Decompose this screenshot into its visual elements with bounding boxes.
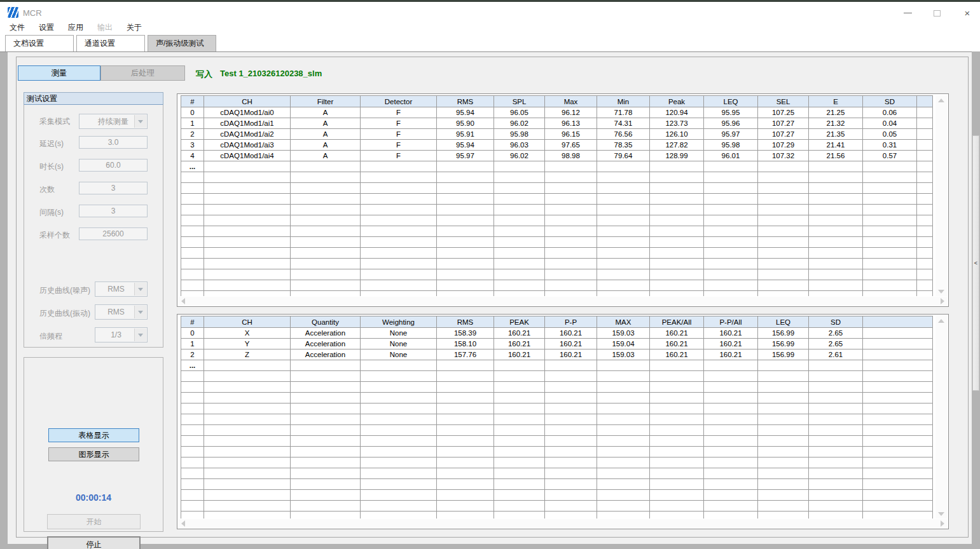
table-cell[interactable]: A <box>291 118 361 129</box>
table-cell[interactable]: F <box>361 107 437 118</box>
table-cell[interactable]: None <box>361 349 437 360</box>
table-cell[interactable]: 76.56 <box>597 129 650 140</box>
scroll-down-icon[interactable] <box>938 512 944 516</box>
table-cell[interactable]: 123.73 <box>650 118 704 129</box>
table-cell[interactable]: 1 <box>181 339 204 349</box>
table-cell[interactable]: 0 <box>181 328 204 339</box>
table-cell[interactable]: 78.35 <box>597 140 650 151</box>
table-cell[interactable]: 0.06 <box>863 107 917 118</box>
table-cell[interactable]: 160.21 <box>650 349 704 360</box>
table-cell[interactable]: 107.25 <box>758 107 809 118</box>
table-cell[interactable]: 96.02 <box>494 118 545 129</box>
table-cell[interactable]: 2 <box>181 349 204 360</box>
table-cell[interactable]: 2.65 <box>809 339 863 349</box>
table-cell[interactable]: Acceleration <box>291 339 361 349</box>
minimize-button[interactable] <box>893 4 922 22</box>
table-cell[interactable]: 96.05 <box>494 107 545 118</box>
table-cell[interactable]: cDAQ1Mod1/ai0 <box>204 107 291 118</box>
table-cell[interactable]: 2.65 <box>809 328 863 339</box>
table-cell[interactable]: 160.21 <box>494 339 545 349</box>
table-cell[interactable]: 160.21 <box>704 349 758 360</box>
close-button[interactable]: × <box>953 4 980 22</box>
tab-2[interactable]: 声/振动级测试 <box>148 35 216 51</box>
table-cell[interactable]: 159.04 <box>597 339 650 349</box>
table-cell[interactable]: 95.97 <box>704 129 758 140</box>
table-cell[interactable]: 21.56 <box>809 151 863 161</box>
table-cell[interactable]: 158.10 <box>437 339 494 349</box>
table-cell[interactable]: A <box>291 151 361 161</box>
table-cell[interactable]: Acceleration <box>291 349 361 360</box>
scroll-up-icon[interactable] <box>938 319 944 323</box>
table-cell[interactable]: 160.21 <box>545 349 597 360</box>
field-input-1[interactable]: 3.0 <box>79 136 148 149</box>
field-input-3[interactable]: 3 <box>79 182 148 194</box>
chevron-down-icon[interactable] <box>134 283 146 295</box>
table-cell[interactable]: 120.94 <box>650 107 704 118</box>
table-cell[interactable]: 21.35 <box>809 129 863 140</box>
table-cell[interactable]: 160.21 <box>704 339 758 349</box>
maximize-button[interactable] <box>922 4 951 22</box>
table-cell[interactable]: 98.98 <box>545 151 597 161</box>
table-cell[interactable]: 95.94 <box>437 107 494 118</box>
table-cell[interactable]: A <box>291 107 361 118</box>
table-cell[interactable]: F <box>361 140 437 151</box>
table-cell[interactable]: Z <box>204 349 291 360</box>
history-dropdown-1[interactable]: RMS <box>95 304 148 320</box>
history-dropdown-0[interactable]: RMS <box>95 281 148 297</box>
table-cell[interactable]: 159.03 <box>597 328 650 339</box>
table-cell[interactable]: 95.94 <box>437 140 494 151</box>
table-cell[interactable]: None <box>361 328 437 339</box>
table-cell[interactable]: 107.32 <box>758 151 809 161</box>
table-cell[interactable]: A <box>291 129 361 140</box>
table-cell[interactable]: cDAQ1Mod1/ai1 <box>204 118 291 129</box>
table-cell[interactable]: 0 <box>181 107 204 118</box>
postprocess-mode-button[interactable]: 后处理 <box>100 65 185 81</box>
graph-display-button[interactable]: 图形显示 <box>48 447 139 461</box>
measure-mode-button[interactable]: 测量 <box>18 65 100 81</box>
table-cell[interactable]: F <box>361 118 437 129</box>
scroll-left-icon[interactable] <box>181 520 185 527</box>
table-cell[interactable]: 95.90 <box>437 118 494 129</box>
field-input-4[interactable]: 3 <box>79 205 148 217</box>
scroll-left-icon[interactable] <box>181 298 185 304</box>
table-cell[interactable]: X <box>204 328 291 339</box>
table-cell[interactable]: 95.96 <box>704 118 758 129</box>
table-cell[interactable]: 1 <box>181 118 204 129</box>
vibration-table-vertical-scrollbar[interactable] <box>935 316 947 518</box>
table-cell[interactable]: Acceleration <box>291 328 361 339</box>
table-cell[interactable]: 96.02 <box>494 151 545 161</box>
table-cell[interactable]: 96.15 <box>545 129 597 140</box>
sound-table-vertical-scrollbar[interactable] <box>935 95 947 296</box>
menu-item-4[interactable]: 关于 <box>120 20 149 35</box>
table-cell[interactable]: 95.98 <box>494 129 545 140</box>
start-button[interactable]: 开始 <box>47 514 141 529</box>
menu-item-0[interactable]: 文件 <box>3 20 32 35</box>
table-cell[interactable]: Y <box>204 339 291 349</box>
menu-item-2[interactable]: 应用 <box>61 20 90 35</box>
table-cell[interactable]: 95.98 <box>704 140 758 151</box>
table-cell[interactable]: 128.99 <box>650 151 704 161</box>
table-cell[interactable]: 2.61 <box>809 349 863 360</box>
table-cell[interactable]: 97.65 <box>545 140 597 151</box>
table-cell[interactable]: 95.95 <box>704 107 758 118</box>
table-cell[interactable]: 95.91 <box>437 129 494 140</box>
table-cell[interactable]: 4 <box>181 151 204 161</box>
chevron-down-icon[interactable] <box>134 329 146 341</box>
menu-item-1[interactable]: 设置 <box>32 20 61 35</box>
table-cell[interactable]: 156.99 <box>758 339 809 349</box>
table-cell[interactable]: cDAQ1Mod1/ai2 <box>204 129 291 140</box>
table-cell[interactable]: 96.01 <box>704 151 758 161</box>
table-cell[interactable]: 0.57 <box>863 151 917 161</box>
table-cell[interactable]: 21.25 <box>809 107 863 118</box>
table-cell[interactable]: 96.12 <box>545 107 597 118</box>
table-cell[interactable]: None <box>361 339 437 349</box>
table-cell[interactable]: cDAQ1Mod1/ai3 <box>204 140 291 151</box>
table-cell[interactable]: 107.29 <box>758 140 809 151</box>
vibration-table-horizontal-scrollbar[interactable] <box>179 519 947 528</box>
table-cell[interactable]: 126.10 <box>650 129 704 140</box>
table-cell[interactable]: 0.31 <box>863 140 917 151</box>
field-input-2[interactable]: 60.0 <box>79 159 148 172</box>
table-cell[interactable]: 160.21 <box>545 339 597 349</box>
table-cell[interactable]: 160.21 <box>494 349 545 360</box>
stop-button[interactable]: 停止 <box>47 536 141 549</box>
